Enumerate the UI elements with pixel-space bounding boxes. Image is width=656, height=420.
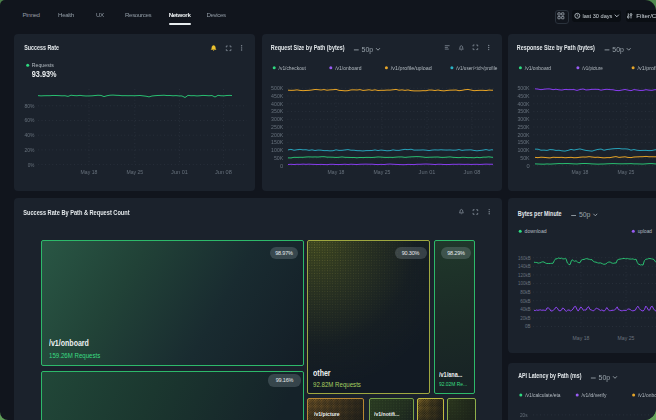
svg-text:/v1/id/verify: /v1/id/verify (582, 392, 607, 398)
svg-text:/v1/calculate/eta: /v1/calculate/eta (525, 392, 560, 398)
svg-text:20s: 20s (520, 412, 528, 418)
svg-text:API Latency by Path (ms): API Latency by Path (ms) (518, 372, 581, 380)
svg-text:/v1/onboard: /v1/onboard (638, 392, 656, 398)
svg-text:50p: 50p (599, 374, 611, 382)
